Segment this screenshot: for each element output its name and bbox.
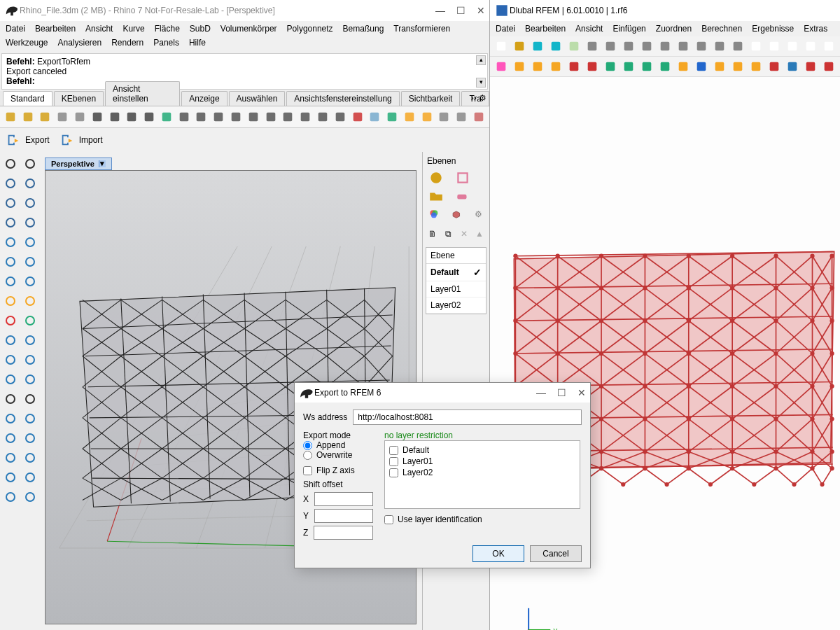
ws-address-input[interactable]	[353, 410, 582, 425]
rfem-toolbar-icon[interactable]	[638, 38, 655, 55]
offset-x-input[interactable]	[314, 492, 373, 506]
offset-y-input[interactable]	[314, 509, 373, 523]
mode-overwrite-radio[interactable]: Overwrite	[303, 450, 373, 460]
toolbar-icon[interactable]	[20, 108, 36, 125]
menu-item[interactable]: Polygonnetz	[287, 24, 333, 34]
toolbar-icon[interactable]	[281, 108, 296, 125]
ok-button[interactable]: OK	[472, 545, 524, 562]
window-close-icon[interactable]: ✕	[477, 5, 485, 16]
toolbar-icon[interactable]	[332, 108, 348, 125]
menu-item[interactable]: Rendern	[111, 38, 144, 48]
side-tool-icon[interactable]	[1, 253, 20, 271]
rfem-toolbar-icon[interactable]	[547, 38, 564, 55]
toolbar-icon[interactable]	[402, 108, 417, 125]
rfem-toolbar-icon[interactable]	[529, 38, 546, 55]
rfem-toolbar-icon[interactable]	[711, 58, 728, 75]
side-tool-icon[interactable]	[1, 468, 20, 486]
menu-item[interactable]: Panels	[153, 38, 179, 48]
scroll-down-icon[interactable]: ▾	[476, 78, 486, 88]
side-tool-icon[interactable]	[21, 174, 39, 192]
rfem-toolbar-icon[interactable]	[802, 58, 819, 75]
viewport-dropdown-icon[interactable]: ▾	[99, 160, 106, 167]
side-tool-icon[interactable]	[1, 233, 20, 251]
menu-item[interactable]: Zuordnen	[656, 24, 692, 34]
layer-checkbox[interactable]: Layer02	[389, 468, 575, 477]
side-tool-icon[interactable]	[21, 488, 39, 506]
side-tool-icon[interactable]	[21, 194, 39, 212]
menu-item[interactable]: Analysieren	[57, 38, 102, 48]
layer-folder-icon[interactable]	[428, 188, 444, 204]
side-tool-icon[interactable]	[1, 155, 20, 173]
rfem-toolbar-icon[interactable]	[602, 38, 619, 55]
rfem-toolbar-icon[interactable]	[620, 38, 637, 55]
side-tool-icon[interactable]	[1, 488, 20, 506]
menu-item[interactable]: Bemaßung	[343, 24, 384, 34]
rfem-toolbar-icon[interactable]	[547, 58, 564, 75]
rfem-toolbar-icon[interactable]	[657, 58, 673, 75]
menu-item[interactable]: Ergebnisse	[752, 24, 794, 34]
menu-item[interactable]: Datei	[6, 24, 25, 34]
window-minimize-icon[interactable]: —	[435, 5, 445, 16]
ribbon-tab[interactable]: Ansichtsfenstereinstellung	[286, 91, 399, 106]
menu-item[interactable]: Einfügen	[612, 24, 645, 34]
menu-item[interactable]: Hilfe	[189, 38, 206, 48]
rfem-toolbar-icon[interactable]	[566, 58, 582, 75]
side-tool-icon[interactable]	[1, 410, 20, 428]
side-tool-icon[interactable]	[1, 292, 20, 310]
mode-append-radio[interactable]: Append	[303, 440, 373, 450]
toolbar-icon[interactable]	[90, 108, 105, 125]
rfem-toolbar-icon[interactable]	[511, 38, 528, 55]
side-tool-icon[interactable]	[21, 292, 39, 310]
use-layer-id-checkbox[interactable]: Use layer identification	[384, 514, 580, 524]
toolbar-icon[interactable]	[384, 108, 400, 125]
cancel-button[interactable]: Cancel	[530, 545, 582, 562]
menu-item[interactable]: Fläche	[155, 24, 180, 34]
layer-checkbox[interactable]: Default	[389, 445, 575, 455]
rfem-toolbar-icon[interactable]	[493, 58, 510, 75]
toolbar-icon[interactable]	[315, 108, 330, 125]
ribbon-tab[interactable]: Standard	[3, 91, 52, 106]
side-tool-icon[interactable]	[21, 253, 39, 271]
menu-item[interactable]: Datei	[496, 24, 515, 34]
rfem-toolbar-icon[interactable]	[802, 38, 819, 55]
layer-new-icon[interactable]: 🗎	[427, 226, 438, 241]
side-tool-icon[interactable]	[1, 331, 20, 349]
rfem-toolbar-icon[interactable]	[693, 38, 710, 55]
rfem-toolbar-icon[interactable]	[729, 38, 746, 55]
layer-row[interactable]: Layer02	[426, 298, 486, 314]
side-tool-icon[interactable]	[1, 429, 20, 447]
side-tool-icon[interactable]	[1, 370, 20, 388]
rfem-toolbar-icon[interactable]	[729, 58, 746, 75]
side-tool-icon[interactable]	[21, 449, 39, 467]
rfem-toolbar-icon[interactable]	[748, 38, 764, 55]
side-tool-icon[interactable]	[21, 214, 39, 232]
layer-row[interactable]: Default	[426, 264, 486, 281]
side-tool-icon[interactable]	[1, 272, 20, 290]
dialog-minimize-icon[interactable]: —	[536, 387, 546, 398]
side-tool-icon[interactable]	[21, 155, 39, 173]
layer-settings-icon[interactable]: ⚙	[472, 206, 484, 222]
flipz-checkbox[interactable]: Flip Z axis	[303, 465, 373, 475]
rfem-toolbar-icon[interactable]	[511, 58, 528, 75]
layer-cube-icon[interactable]	[451, 206, 462, 222]
rfem-toolbar-icon[interactable]	[693, 58, 710, 75]
side-tool-icon[interactable]	[21, 390, 39, 408]
side-tool-icon[interactable]	[21, 312, 39, 330]
ribbon-tab[interactable]: KEbenen	[54, 91, 104, 106]
layer-checkbox[interactable]: Layer01	[389, 456, 575, 466]
toolbar-icon[interactable]	[454, 108, 469, 125]
rfem-toolbar-icon[interactable]	[820, 58, 837, 75]
toolbar-icon[interactable]	[246, 108, 261, 125]
menu-item[interactable]: Volumenkörper	[220, 24, 277, 34]
menu-item[interactable]: Ansicht	[575, 24, 603, 34]
rfem-toolbar-icon[interactable]	[675, 58, 692, 75]
layer-color-icon[interactable]	[428, 170, 444, 186]
rfem-toolbar-icon[interactable]	[584, 58, 601, 75]
rfem-toolbar-icon[interactable]	[675, 38, 692, 55]
menu-item[interactable]: Kurve	[122, 24, 144, 34]
side-tool-icon[interactable]	[1, 449, 20, 467]
rfem-toolbar-icon[interactable]	[602, 58, 619, 75]
layer-row[interactable]: Layer01	[426, 281, 486, 298]
toolbar-icon[interactable]	[419, 108, 435, 125]
layer-eraser-icon[interactable]	[455, 188, 470, 204]
